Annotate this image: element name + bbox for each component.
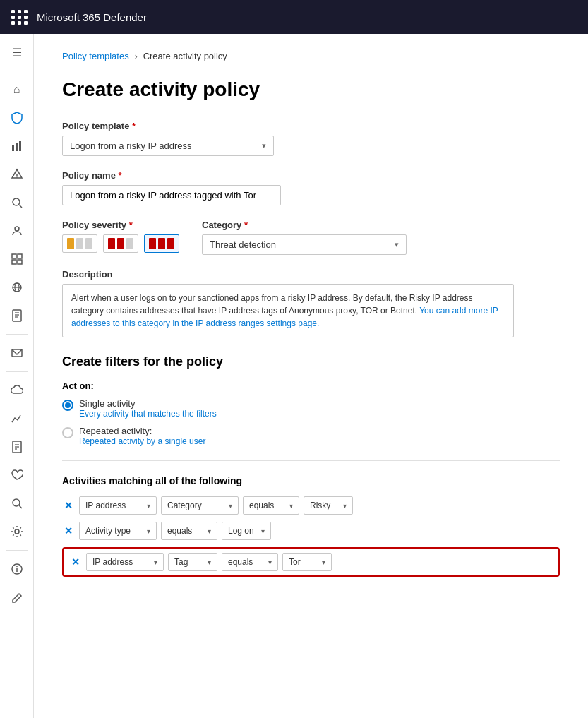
sev-high-block3 — [167, 238, 174, 249]
filter-3-field2-dropdown[interactable]: Tag ▾ — [168, 553, 217, 571]
filter-3-value-chevron: ▾ — [322, 558, 325, 566]
filter-1-field1-chevron: ▾ — [147, 502, 150, 510]
sev-low-block1 — [67, 238, 74, 249]
filter-3-value-value: Tor — [289, 557, 301, 567]
edit-icon[interactable] — [4, 585, 30, 610]
severity-options — [62, 234, 179, 253]
mail-icon[interactable] — [4, 340, 30, 366]
repeated-activity-label: Repeated activity: — [79, 426, 205, 436]
filter-2-value-value: Log on — [228, 526, 254, 536]
app-grid-icon[interactable] — [11, 10, 28, 25]
description-link[interactable]: You can add more IP addresses to this ca… — [71, 306, 498, 328]
svg-rect-15 — [13, 310, 21, 321]
filter-3-operator-dropdown[interactable]: equals ▾ — [222, 553, 278, 571]
policy-icon[interactable] — [4, 303, 30, 328]
sev-high-block1 — [149, 238, 156, 249]
severity-label: Policy severity — [62, 220, 179, 230]
menu-icon[interactable]: ☰ — [4, 40, 30, 65]
filter-1-value-dropdown[interactable]: Risky ▾ — [304, 496, 353, 515]
info-icon[interactable] — [4, 556, 30, 582]
category-dropdown[interactable]: Threat detection ▾ — [202, 234, 407, 255]
filter-2-operator-value: equals — [167, 526, 192, 536]
svg-rect-1 — [16, 143, 18, 151]
policy-name-input[interactable]: Logon from a risky IP address tagged wit… — [62, 185, 281, 205]
description-text: Alert when a user logs on to your sancti… — [71, 293, 498, 328]
single-activity-radio[interactable] — [62, 400, 73, 411]
breadcrumb-policy-templates[interactable]: Policy templates — [62, 51, 129, 61]
filter-1-field2-dropdown[interactable]: Category ▾ — [161, 496, 239, 515]
policy-template-dropdown[interactable]: Logon from a risky IP address ▾ — [62, 136, 274, 156]
svg-rect-10 — [12, 260, 16, 264]
filter-1-operator-dropdown[interactable]: equals ▾ — [243, 496, 299, 515]
category-label: Category — [202, 220, 407, 230]
sidebar-divider-1 — [6, 71, 28, 71]
repeated-activity-option[interactable]: Repeated activity: Repeated activity by … — [62, 426, 560, 446]
filter-2-operator-dropdown[interactable]: equals ▾ — [161, 522, 217, 540]
severity-category-row: Policy severity — [62, 220, 560, 255]
filter-2-field1-dropdown[interactable]: Activity type ▾ — [79, 522, 157, 540]
severity-low-btn[interactable] — [62, 234, 97, 253]
home-icon[interactable]: ⌂ — [4, 77, 30, 102]
chart-icon[interactable] — [4, 406, 30, 431]
category-chevron: ▾ — [395, 240, 399, 249]
severity-group: Policy severity — [62, 220, 179, 253]
filter-2-field1-value: Activity type — [85, 526, 131, 536]
filter-1-value-chevron: ▾ — [343, 502, 347, 510]
filter-1-field1-dropdown[interactable]: IP address ▾ — [79, 496, 157, 515]
svg-rect-8 — [12, 254, 16, 258]
settings-icon[interactable] — [4, 519, 30, 544]
filter-row-3: ✕ IP address ▾ Tag ▾ equals ▾ Tor ▾ — [62, 547, 560, 577]
filter-row-1: ✕ IP address ▾ Category ▾ equals ▾ Risky… — [62, 496, 560, 515]
filter-2-field1-chevron: ▾ — [147, 527, 150, 535]
filter-2-operator-chevron: ▾ — [208, 527, 211, 535]
svg-point-7 — [15, 227, 19, 231]
policy-template-label: Policy template — [62, 121, 560, 131]
filter-3-field1-dropdown[interactable]: IP address ▾ — [86, 553, 164, 571]
filter-3-remove[interactable]: ✕ — [69, 556, 82, 568]
filter-2-value-chevron: ▾ — [261, 527, 265, 535]
hunt-icon[interactable] — [4, 190, 30, 215]
single-activity-option[interactable]: Single activity Every activity that matc… — [62, 398, 560, 419]
filter-1-remove[interactable]: ✕ — [62, 500, 75, 511]
breadcrumb: Policy templates › Create activity polic… — [62, 51, 560, 61]
sev-med-block3 — [126, 238, 133, 249]
report-icon[interactable] — [4, 434, 30, 460]
policy-template-group: Policy template Logon from a risky IP ad… — [62, 121, 560, 156]
severity-medium-btn[interactable] — [103, 234, 138, 253]
sev-med-block1 — [108, 238, 115, 249]
filter-3-operator-chevron: ▾ — [268, 558, 272, 566]
category-group: Category Threat detection ▾ — [202, 220, 407, 255]
severity-high-btn[interactable] — [144, 234, 179, 253]
filter-2-remove[interactable]: ✕ — [62, 525, 75, 537]
filter-1-value-value: Risky — [310, 501, 330, 510]
network-icon[interactable] — [4, 275, 30, 300]
section-divider — [62, 460, 560, 461]
alert-icon[interactable] — [4, 162, 30, 187]
single-activity-text: Single activity Every activity that matc… — [79, 398, 217, 419]
breadcrumb-separator: › — [135, 52, 138, 61]
sidebar-divider-2 — [6, 334, 28, 335]
apps-icon[interactable] — [4, 246, 30, 272]
repeated-activity-radio[interactable] — [62, 427, 73, 438]
shield-icon[interactable] — [4, 105, 30, 131]
sev-med-block2 — [117, 238, 124, 249]
health-icon[interactable] — [4, 462, 30, 488]
policy-name-label: Policy name — [62, 170, 560, 181]
search-icon[interactable] — [4, 491, 30, 516]
svg-point-29 — [16, 566, 18, 568]
sev-low-block3 — [85, 238, 92, 249]
page-title: Create activity policy — [62, 78, 560, 101]
svg-rect-9 — [18, 254, 22, 258]
sev-low-block2 — [76, 238, 83, 249]
user-icon[interactable] — [4, 218, 30, 244]
filter-1-field2-value: Category — [167, 501, 202, 510]
filter-3-value-dropdown[interactable]: Tor ▾ — [282, 553, 332, 571]
breadcrumb-current: Create activity policy — [143, 51, 227, 61]
filter-3-operator-value: equals — [228, 557, 253, 567]
filter-3-field2-value: Tag — [174, 557, 188, 567]
graph-icon[interactable] — [4, 133, 30, 159]
filter-3-field1-value: IP address — [92, 557, 133, 567]
cloud-icon[interactable] — [4, 378, 30, 403]
policy-template-chevron: ▾ — [262, 141, 266, 150]
filter-2-value-dropdown[interactable]: Log on ▾ — [222, 522, 271, 540]
